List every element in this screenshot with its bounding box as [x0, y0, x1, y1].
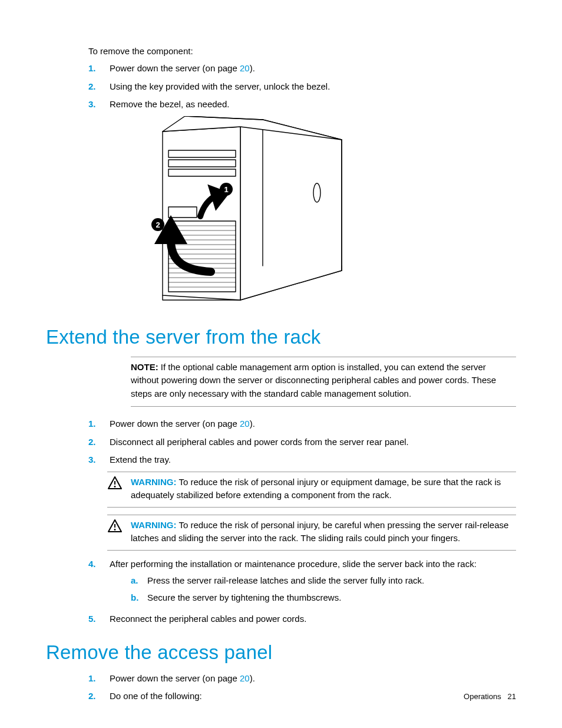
step-pre: Power down the server (on page [110, 673, 240, 683]
warning-icon [107, 476, 131, 502]
step-text: Extend the tray. [110, 453, 516, 467]
step-pre: Power down the server (on page [110, 419, 240, 429]
substep-letter: a. [131, 574, 147, 588]
substep-letter: b. [131, 591, 147, 605]
substep-text: Press the server rail-release latches an… [147, 574, 516, 588]
substep-text: Secure the server by tightening the thum… [147, 591, 516, 605]
step-body: After performing the installation or mai… [110, 559, 477, 569]
svg-point-29 [114, 529, 116, 531]
note-label: NOTE: [131, 362, 158, 372]
svg-point-27 [114, 486, 116, 487]
footer-section: Operations [464, 692, 501, 701]
step-text: Power down the server (on page 20). [110, 417, 516, 431]
extend-server-steps: 1. Power down the server (on page 20). 2… [88, 417, 516, 467]
server-bezel-illustration: 1 2 [99, 116, 516, 311]
svg-rect-1 [168, 160, 236, 167]
step-number: 2. [88, 690, 110, 703]
remove-access-panel-steps: 1. Power down the server (on page 20). 2… [88, 672, 516, 703]
step-text: Disconnect all peripheral cables and pow… [110, 436, 516, 449]
remove-component-steps: 1. Power down the server (on page 20). 2… [88, 62, 516, 111]
svg-text:1: 1 [224, 185, 228, 194]
svg-rect-2 [168, 169, 236, 176]
step-text: After performing the installation or mai… [110, 558, 516, 608]
page-link[interactable]: 20 [240, 673, 250, 683]
step-number: 2. [88, 80, 110, 94]
warning-body: To reduce the risk of personal injury, b… [131, 520, 508, 543]
svg-text:2: 2 [156, 220, 160, 229]
step-number: 3. [88, 453, 110, 467]
step-text: Using the key provided with the server, … [110, 80, 516, 94]
step-text: Remove the bezel, as needed. [110, 98, 516, 111]
step-number: 1. [88, 672, 110, 686]
heading-extend-server: Extend the server from the rack [46, 326, 516, 348]
svg-point-19 [313, 183, 320, 202]
step-post: ). [250, 419, 255, 429]
warning-text: WARNING: To reduce the risk of personal … [131, 476, 516, 502]
step-pre: Power down the server (on page [110, 63, 240, 73]
step-text: Power down the server (on page 20). [110, 62, 516, 75]
page: To remove the component: 1. Power down t… [0, 0, 562, 728]
svg-rect-3 [168, 207, 197, 218]
sub-steps: a. Press the server rail-release latches… [131, 574, 516, 604]
page-link[interactable]: 20 [240, 419, 250, 429]
note-block: NOTE: If the optional cable management a… [131, 357, 516, 407]
warning-label: WARNING: [131, 520, 177, 530]
warning-icon [107, 519, 131, 545]
svg-rect-0 [168, 150, 236, 157]
warning-block: WARNING: To reduce the risk of personal … [107, 472, 516, 508]
step-number: 5. [88, 612, 110, 626]
step-number: 2. [88, 436, 110, 449]
note-text: If the optional cable management arm opt… [131, 362, 496, 398]
step-text: Do one of the following: [110, 690, 516, 703]
step-text: Reconnect the peripheral cables and powe… [110, 612, 516, 626]
step-number: 3. [88, 98, 110, 111]
footer-page-number: 21 [508, 692, 516, 701]
warning-body: To reduce the risk of personal injury or… [131, 477, 501, 500]
extend-server-steps-cont: 4. After performing the installation or … [88, 558, 516, 626]
page-footer: Operations 21 [464, 692, 516, 701]
heading-remove-access-panel: Remove the access panel [46, 641, 516, 664]
page-link[interactable]: 20 [240, 63, 250, 73]
step-text: Power down the server (on page 20). [110, 672, 516, 686]
step-number: 1. [88, 417, 110, 431]
warning-label: WARNING: [131, 477, 177, 487]
step-post: ). [250, 673, 255, 683]
warning-block: WARNING: To reduce the risk of personal … [107, 515, 516, 551]
step-post: ). [250, 63, 255, 73]
step-number: 1. [88, 62, 110, 75]
step-number: 4. [88, 558, 110, 608]
intro-text: To remove the component: [88, 46, 516, 56]
warning-text: WARNING: To reduce the risk of personal … [131, 519, 516, 545]
